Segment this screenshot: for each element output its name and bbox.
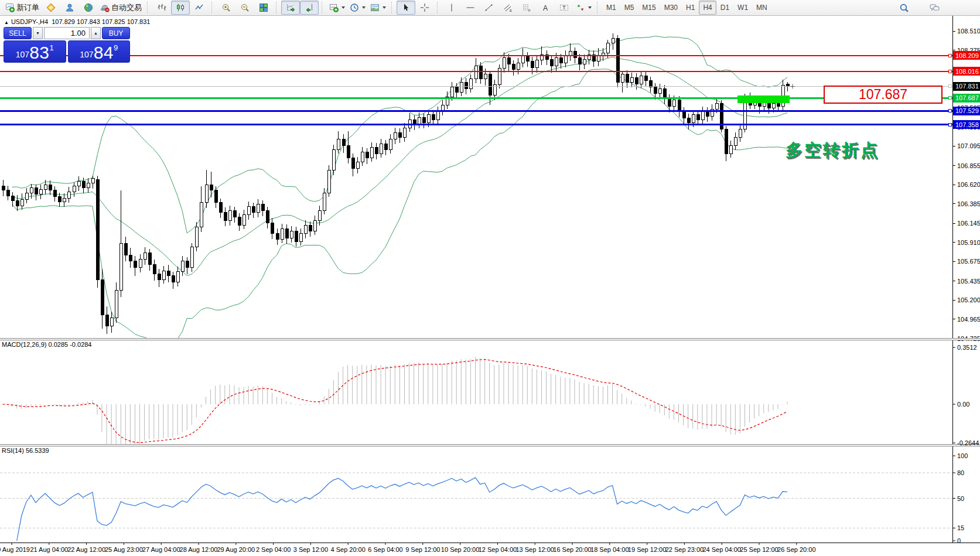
svg-text:22 Sep 23:00: 22 Sep 23:00	[665, 546, 704, 553]
fibonacci-button[interactable]: F	[517, 1, 536, 15]
svg-text:105.200: 105.200	[957, 296, 980, 303]
tf-h4-button[interactable]: H4	[699, 1, 716, 15]
tf-m1-button-label: M1	[606, 4, 616, 12]
equidistant-channel-button[interactable]: E	[498, 1, 517, 15]
horizontal-line-button[interactable]	[461, 1, 480, 15]
svg-text:107.095: 107.095	[957, 142, 980, 149]
cursor-button[interactable]	[397, 1, 415, 15]
indicators-button[interactable]	[327, 1, 347, 15]
chat-button[interactable]	[925, 1, 944, 15]
chevron-down-icon	[342, 6, 345, 9]
svg-text:0.00: 0.00	[957, 401, 969, 408]
search-button[interactable]	[894, 1, 913, 15]
tf-mn-button[interactable]: MN	[752, 1, 771, 15]
tf-w1-button-label: W1	[737, 4, 748, 12]
tf-m15-button[interactable]: M15	[638, 1, 660, 15]
tf-m5-button-label: M5	[624, 4, 634, 12]
navigator-orb-icon	[84, 3, 93, 12]
toolbar-separator	[597, 2, 599, 13]
bar-chart-icon	[157, 3, 166, 12]
toolbar-separator	[322, 2, 324, 13]
templates-button[interactable]	[368, 1, 388, 15]
rsi-window-label: RSI(14) 56.5339	[2, 447, 49, 454]
tf-w1-button[interactable]: W1	[733, 1, 752, 15]
auto-scroll-button[interactable]	[281, 1, 300, 15]
toolbar-group-chart-type	[151, 0, 210, 15]
periods-button[interactable]	[347, 1, 368, 15]
zoom-out-button[interactable]	[235, 1, 254, 15]
vline-icon	[447, 3, 456, 12]
tf-m15-button-label: M15	[642, 4, 655, 12]
green-zone-rectangle	[737, 95, 790, 103]
macd-indicator	[3, 357, 788, 444]
navigator-button[interactable]	[79, 1, 98, 15]
fibonacci-icon: F	[522, 3, 531, 12]
auto-scroll-icon	[286, 3, 295, 12]
text-icon: A	[541, 3, 550, 12]
line-chart-button[interactable]	[190, 1, 209, 15]
zoom-in-button[interactable]	[217, 1, 235, 15]
new-order-button[interactable]: 新订单	[3, 1, 42, 15]
new-order-button-label: 新订单	[16, 2, 39, 13]
community-icon	[65, 3, 74, 12]
svg-text:10 Sep 20:00: 10 Sep 20:00	[441, 546, 479, 553]
svg-text:13 Sep 12:00: 13 Sep 12:00	[515, 546, 554, 553]
tile-windows-button[interactable]	[254, 1, 273, 15]
community-button[interactable]	[60, 1, 79, 15]
zoom-in-icon	[221, 3, 231, 12]
svg-text:106.855: 106.855	[957, 162, 980, 169]
toolbar-group-zoom	[216, 0, 274, 15]
svg-text:29 Aug 20:00: 29 Aug 20:00	[217, 546, 255, 553]
buy-price-big: 84	[94, 43, 114, 62]
svg-text:25 Aug 23:00: 25 Aug 23:00	[105, 546, 143, 553]
vertical-line-button[interactable]	[442, 1, 461, 15]
mouse-crosshair	[790, 84, 795, 89]
tf-h4-button-label: H4	[703, 4, 712, 12]
metaeditor-button[interactable]	[42, 1, 60, 15]
search-icon	[899, 3, 909, 13]
text-button[interactable]: A	[536, 1, 555, 15]
sell-price-display[interactable]: 107 83 1	[4, 40, 66, 63]
svg-text:19 Sep 12:00: 19 Sep 12:00	[628, 546, 666, 553]
buy-price-display[interactable]: 107 84 9	[68, 40, 131, 63]
autotrading-button[interactable]: 自动交易	[98, 1, 144, 15]
bar-chart-button[interactable]	[152, 1, 171, 15]
volume-up-button[interactable]: ▲	[91, 27, 101, 39]
crosshair-button[interactable]	[415, 1, 434, 15]
arrows-button[interactable]	[573, 1, 594, 15]
candlestick-button[interactable]	[171, 1, 190, 15]
chinese-annotation[interactable]: 多空转折点	[786, 139, 879, 162]
symbol-ohlc: 107.829 107.843 107.825 107.831	[52, 18, 150, 25]
hline-icon	[466, 3, 475, 12]
panel-dividers[interactable]	[0, 338, 980, 446]
sell-button[interactable]: SELL	[4, 27, 32, 39]
tf-m5-button[interactable]: M5	[620, 1, 638, 15]
price-callout[interactable]: 107.687	[824, 86, 943, 104]
toolbar-right	[894, 1, 980, 15]
tf-h1-button[interactable]: H1	[682, 1, 699, 15]
text-label-button[interactable]: T	[555, 1, 573, 15]
volume-input[interactable]: 1.00	[44, 27, 90, 39]
toolbar-group-file-trade: 新订单自动交易	[2, 0, 145, 15]
buy-price-prefix: 107	[80, 50, 93, 59]
symbol-header: ▲USDJPY-,H4 107.829 107.843 107.825 107.…	[4, 18, 150, 25]
label-icon: T	[559, 3, 569, 12]
toolbar-separator	[276, 2, 278, 13]
svg-text:108.209: 108.209	[955, 52, 979, 59]
collapse-icon[interactable]: ▲	[4, 20, 9, 25]
chevron-down-icon	[383, 6, 386, 9]
buy-button[interactable]: BUY	[102, 27, 130, 39]
svg-text:6 Sep 04:00: 6 Sep 04:00	[368, 546, 402, 553]
bollinger-bands	[12, 36, 787, 345]
trendline-button[interactable]	[480, 1, 498, 15]
tf-d1-button[interactable]: D1	[716, 1, 733, 15]
chart-shift-button[interactable]	[300, 1, 319, 15]
sell-price-sup: 1	[50, 43, 54, 52]
svg-text:108.016: 108.016	[955, 68, 979, 75]
volume-down-button[interactable]: ▼	[33, 27, 43, 39]
metaeditor-icon	[46, 3, 56, 12]
tf-m1-button[interactable]: M1	[602, 1, 620, 15]
autotrading-button-label: 自动交易	[111, 2, 142, 13]
tf-m30-button[interactable]: M30	[660, 1, 682, 15]
new-order-icon	[5, 3, 15, 12]
